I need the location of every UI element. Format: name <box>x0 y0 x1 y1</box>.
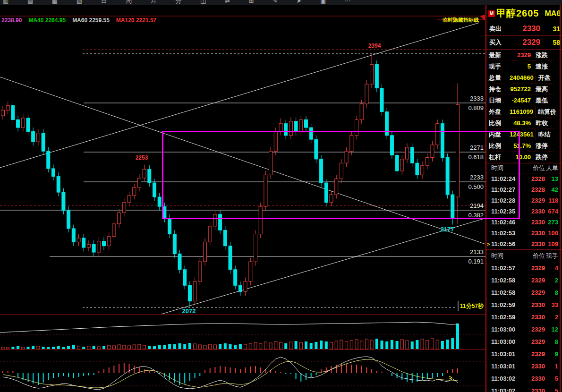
candle-down <box>47 151 50 169</box>
volume-bar <box>108 345 111 349</box>
tick-price: 2329 <box>521 289 545 296</box>
field-value: 5 <box>510 63 533 70</box>
volume-bar <box>360 341 363 349</box>
tick-row-item: 11:03:0023298 <box>486 335 562 348</box>
volume-bar <box>381 341 383 349</box>
candle-down <box>102 241 106 246</box>
candle-up <box>77 238 80 242</box>
quote-row[interactable]: 卖出233031 <box>486 22 562 36</box>
ma-value: MA120 2221.57 <box>116 17 156 24</box>
tick-row-item: 11:02:5823292 <box>486 274 562 286</box>
volume-bar <box>335 341 338 349</box>
fib-ratio-label: 0.191 <box>468 258 484 265</box>
volume-bar <box>451 338 454 349</box>
volume-bar <box>441 341 444 349</box>
tick-row-item: 11:03:0223305 <box>486 384 562 392</box>
field-label: 外盘 <box>486 108 510 116</box>
field-label-right: 开盘 <box>536 72 562 83</box>
tick-time: 11:03:01 <box>486 363 521 370</box>
candle-up <box>204 242 207 262</box>
volume-bar <box>330 342 333 349</box>
candle-up <box>1 110 5 116</box>
candle-up <box>97 241 101 252</box>
latest-row-marker: > <box>487 241 490 247</box>
candle-up <box>128 196 131 203</box>
volume-bar <box>350 341 353 349</box>
volume-bar <box>133 345 136 349</box>
tick-price: 2330 <box>521 240 545 247</box>
volume-bar <box>123 345 126 349</box>
candle-down <box>238 285 242 291</box>
tick-time: 11:03:01 <box>486 350 521 358</box>
big-order-row: >11:02:562330109 <box>486 239 562 249</box>
volume-bar <box>72 345 75 349</box>
volume-bar <box>27 347 30 349</box>
candle-down <box>223 230 227 246</box>
volume-bar <box>188 343 191 349</box>
drawn-rectangle-annotation[interactable] <box>162 131 520 219</box>
candle-up <box>193 281 196 301</box>
volume-bar <box>219 344 221 349</box>
candle-down <box>42 133 45 151</box>
candle-down <box>57 177 60 192</box>
volume-bar <box>426 341 429 349</box>
volume-bar <box>168 344 171 349</box>
market-data-row: 现手5速涨 <box>486 61 562 72</box>
candle-up <box>137 178 141 187</box>
candle-down <box>26 118 30 131</box>
big-order-row: 11:02:532330100 <box>486 228 562 239</box>
marker-triangle <box>480 15 485 21</box>
volume-bar <box>32 346 34 349</box>
volume-bar <box>340 340 343 349</box>
tick-row-item: 11:03:0123299 <box>486 348 562 360</box>
tick-row-item: 11:02:5823298 <box>486 286 562 298</box>
volume-bar <box>112 346 115 349</box>
tick-price: 2328 <box>521 186 545 193</box>
candle-up <box>133 187 136 196</box>
candle-up <box>21 118 25 128</box>
volume-bar <box>97 347 100 349</box>
volume-bar <box>163 345 166 349</box>
candle-down <box>234 270 237 285</box>
candle-down <box>92 244 95 252</box>
volume-bar <box>42 347 45 349</box>
chart-annotation-label: 临时隐藏指标线 <box>443 17 479 23</box>
volume-bar <box>421 339 424 349</box>
quote-row[interactable]: 买入232958 <box>486 36 562 50</box>
volume-bar <box>436 340 439 349</box>
candle-down <box>183 270 187 285</box>
candle-down <box>294 121 298 132</box>
market-data-row: 总量2404660开盘 <box>486 72 562 84</box>
chart-annotation-label: 2394 <box>368 43 381 49</box>
candle-down <box>148 170 151 183</box>
contract-title-row[interactable]: M 甲醇2605 MA6 <box>486 5 562 22</box>
candle-down <box>158 197 161 206</box>
chart-annotation-label: 2177 <box>441 226 454 233</box>
field-label: 比例 <box>486 119 510 128</box>
volume-bar <box>400 340 403 349</box>
top-toolbar[interactable]: ▥ ▤ ▦ ▧ 日 周 月 分 ◫ ⇄ ⊞ ✎ ➤ ▣ ⋯ <box>0 0 562 5</box>
volume-bar <box>173 344 176 349</box>
volume-bar <box>254 342 257 349</box>
market-data-row: 比例48.3%昨收 <box>486 118 562 129</box>
candle-up <box>198 262 202 281</box>
chart-annotation-label: 11分57秒 <box>460 303 484 309</box>
field-value: 2404660 <box>510 74 536 81</box>
trading-terminal: { "colors":{"red":"#ff3b3b","green":"#00… <box>0 0 562 392</box>
field-label-right: 结算价 <box>535 106 562 117</box>
volume-bar <box>299 342 302 349</box>
volume-bar <box>446 340 449 349</box>
tick-time: 11:03:00 <box>486 326 521 333</box>
tick-time: 11:02:59 <box>486 301 521 308</box>
candle-up <box>370 64 374 84</box>
tick-time: 11:03:02 <box>486 387 521 392</box>
candle-down <box>72 229 75 242</box>
field-value: 952722 <box>510 85 533 93</box>
tick-price: 2330 <box>521 219 545 226</box>
volume-bar <box>52 347 55 349</box>
volume-bar <box>62 347 65 349</box>
volume-bar <box>194 344 196 349</box>
tick-price: 2330 <box>521 314 545 321</box>
volume-bar <box>153 346 156 349</box>
volume-bar <box>209 344 212 349</box>
